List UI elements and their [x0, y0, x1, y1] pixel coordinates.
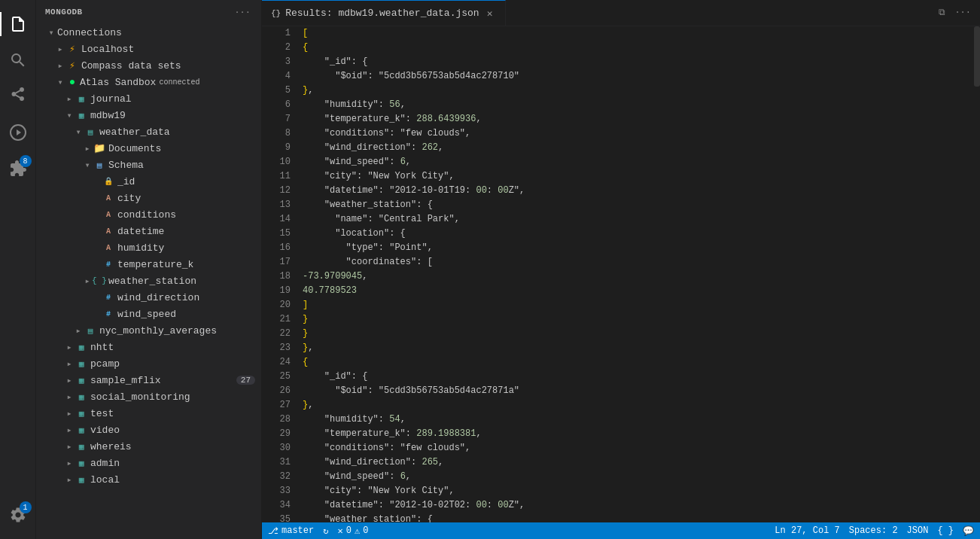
- tab-icon: {}: [271, 9, 281, 18]
- tab-bar: {} Results: mdbw19.weather_data.json ✕ ⧉…: [262, 0, 980, 26]
- mdbw19-label: mdbw19: [90, 110, 126, 121]
- test-db-icon: ▦: [75, 407, 87, 419]
- feedback-icon[interactable]: 💬: [963, 525, 974, 537]
- schema-icon: ▤: [93, 159, 105, 171]
- sidebar-item-field-city[interactable]: A city: [36, 190, 261, 206]
- sidebar-item-field-temperature[interactable]: # temperature_k: [36, 256, 261, 273]
- sidebar-item-localhost[interactable]: ⚡ Localhost: [36, 41, 261, 57]
- sidebar-item-social[interactable]: ▦ social_monitoring: [36, 388, 261, 405]
- sidebar-item-whereis[interactable]: ▦ whereis: [36, 438, 261, 455]
- documents-label: Documents: [108, 143, 161, 154]
- tab-actions: ⧉ ···: [936, 0, 980, 26]
- localhost-chevron: [54, 43, 66, 55]
- sidebar-item-field-conditions[interactable]: A conditions: [36, 206, 261, 223]
- files-icon[interactable]: [0, 6, 36, 42]
- code-line: {: [303, 41, 974, 55]
- sidebar-item-compass[interactable]: ⚡ Compass data sets: [36, 57, 261, 74]
- field-datetime-icon: A: [102, 225, 114, 237]
- tab-results[interactable]: {} Results: mdbw19.weather_data.json ✕: [262, 0, 506, 26]
- sidebar-tree: Connections ⚡ Localhost ⚡ Compass data s…: [36, 24, 261, 539]
- settings-icon[interactable]: 1: [0, 497, 36, 533]
- sidebar-item-weather-data[interactable]: ▤ weather_data: [36, 123, 261, 140]
- code-line: "location": {: [303, 227, 974, 241]
- warning-icon: ⚠: [355, 525, 360, 537]
- activity-bar: 8 1: [0, 0, 36, 539]
- main-area: {} Results: mdbw19.weather_data.json ✕ ⧉…: [262, 0, 980, 539]
- mdbw19-db-icon: ▦: [75, 109, 87, 121]
- sidebar-item-sample-mflix[interactable]: ▦ sample_mflix 27: [36, 372, 261, 388]
- settings-badge: 1: [20, 501, 32, 513]
- minimap-slider[interactable]: [974, 26, 980, 87]
- field-humidity-label: humidity: [117, 242, 164, 254]
- sidebar-item-field-id[interactable]: 🔒 _id: [36, 173, 261, 190]
- sync-icon[interactable]: ↻: [323, 525, 328, 537]
- documents-chevron: [81, 142, 93, 154]
- code-line: "conditions": "few clouds",: [303, 441, 974, 455]
- branch-status[interactable]: ⎇ master: [268, 525, 314, 537]
- social-chevron: [63, 391, 75, 403]
- position-status[interactable]: Ln 27, Col 7: [775, 525, 839, 536]
- sidebar-item-field-datetime[interactable]: A datetime: [36, 223, 261, 239]
- code-line: ]: [303, 298, 974, 312]
- mflix-badge: 27: [236, 376, 255, 385]
- sidebar-item-field-wind-speed[interactable]: # wind_speed: [36, 306, 261, 322]
- sidebar-item-video[interactable]: ▦ video: [36, 422, 261, 438]
- journal-db-icon: ▦: [75, 93, 87, 105]
- sidebar-item-field-wind-direction[interactable]: # wind_direction: [36, 289, 261, 306]
- split-editor-icon[interactable]: ⧉: [936, 6, 948, 20]
- status-bar-right: Ln 27, Col 7 Spaces: 2 JSON { } 💬: [775, 525, 974, 537]
- field-id-label: _id: [117, 176, 135, 187]
- sidebar-more-icon[interactable]: ···: [233, 6, 252, 18]
- more-actions-icon[interactable]: ···: [951, 6, 974, 20]
- sidebar-item-connections[interactable]: Connections: [36, 24, 261, 41]
- source-control-icon[interactable]: [0, 78, 36, 114]
- sidebar-item-schema[interactable]: ▤ Schema: [36, 157, 261, 173]
- nyc-monthly-label: nyc_monthly_averages: [99, 325, 217, 336]
- spaces-status[interactable]: Spaces: 2: [849, 525, 898, 536]
- minimap[interactable]: [974, 26, 980, 522]
- sidebar-item-journal[interactable]: ▦ journal: [36, 90, 261, 107]
- format-icon[interactable]: { }: [937, 525, 954, 536]
- mongodb-run-icon[interactable]: [0, 114, 36, 151]
- sidebar-title: MONGODB: [45, 8, 83, 17]
- whereis-db-icon: ▦: [75, 440, 87, 452]
- code-content[interactable]: [ { "_id": { "$oid": "5cdd3b56753ab5d4ac…: [300, 26, 974, 522]
- extensions-icon[interactable]: 8: [0, 151, 36, 187]
- warning-count: 0: [363, 525, 368, 536]
- status-bar: ⎇ master ↻ ✕ 0 ⚠ 0 Ln 27, Col 7 Spaces: …: [262, 522, 980, 539]
- test-label: test: [90, 408, 114, 419]
- sidebar-item-field-humidity[interactable]: A humidity: [36, 239, 261, 256]
- sidebar-item-local[interactable]: ▦ local: [36, 471, 261, 488]
- code-line: "weather_station": {: [303, 198, 974, 212]
- sidebar-item-test[interactable]: ▦ test: [36, 405, 261, 422]
- nyc-monthly-icon: ▤: [84, 324, 96, 336]
- pcamp-db-icon: ▦: [75, 358, 87, 370]
- nhtt-db-icon: ▦: [75, 341, 87, 353]
- field-id-spacer: [90, 175, 102, 187]
- code-line: "$oid": "5cdd3b56753ab5d4ac27871a": [303, 384, 974, 398]
- sidebar-item-mdbw19[interactable]: ▦ mdbw19: [36, 107, 261, 123]
- code-line: "_id": {: [303, 370, 974, 384]
- connections-label: Connections: [57, 27, 122, 38]
- weather-data-icon: ▤: [84, 126, 96, 138]
- errors-status[interactable]: ✕ 0 ⚠ 0: [337, 525, 368, 537]
- sidebar-item-nyc-monthly[interactable]: ▤ nyc_monthly_averages: [36, 322, 261, 339]
- encoding-status[interactable]: JSON: [907, 525, 929, 536]
- mflix-db-icon: ▦: [75, 374, 87, 386]
- sidebar-item-admin[interactable]: ▦ admin: [36, 455, 261, 471]
- sidebar-item-atlas[interactable]: ● Atlas Sandbox connected: [36, 74, 261, 90]
- nyc-monthly-chevron: [72, 324, 84, 336]
- sidebar-item-nhtt[interactable]: ▦ nhtt: [36, 339, 261, 355]
- field-conditions-icon: A: [102, 209, 114, 221]
- sidebar-header: MONGODB ···: [36, 0, 261, 24]
- field-datetime-label: datetime: [117, 226, 164, 237]
- search-icon[interactable]: [0, 42, 36, 78]
- atlas-chevron: [54, 76, 66, 88]
- code-line: "city": "New York City",: [303, 484, 974, 498]
- sidebar-item-documents[interactable]: 📁 Documents: [36, 140, 261, 157]
- sidebar-item-weather-station[interactable]: { } weather_station: [36, 273, 261, 289]
- tab-close-button[interactable]: ✕: [484, 8, 496, 20]
- code-line: "temperature_k": 288.6439936,: [303, 112, 974, 126]
- nhtt-label: nhtt: [90, 342, 114, 353]
- sidebar-item-pcamp[interactable]: ▦ pcamp: [36, 355, 261, 372]
